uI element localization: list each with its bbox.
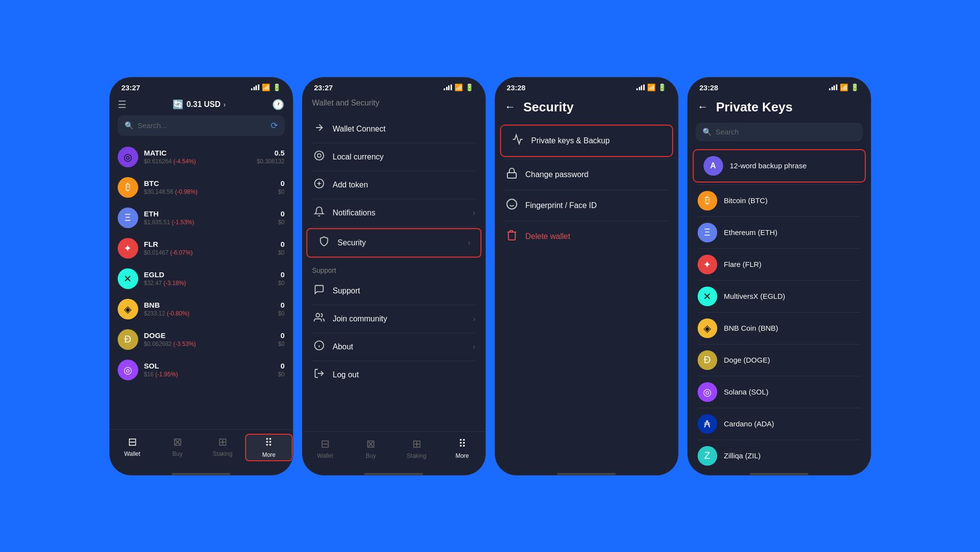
- nav-more-1[interactable]: ⠿ More: [245, 434, 292, 461]
- coin-icon-eth: Ξ: [118, 208, 138, 228]
- coin-item-bnb[interactable]: ◈ BNB $233.12 (-0.80%) 0 $0: [110, 294, 293, 324]
- coin-item-btc[interactable]: ₿ BTC $30,148.56 (-0.98%) 0 $0: [110, 172, 293, 203]
- settings-add-token[interactable]: Add token: [302, 171, 485, 199]
- key-icon-zil: Z: [698, 446, 717, 466]
- key-icon-bnb: ◈: [698, 318, 717, 338]
- settings-support[interactable]: Support: [302, 277, 485, 305]
- key-item-egld[interactable]: ✕ MultiversX (EGLD): [688, 281, 871, 312]
- coin-item-egld[interactable]: ✕ EGLD $32.47 (-3.18%) 0 $0: [110, 263, 293, 294]
- key-item-ada[interactable]: ₳ Cardano (ADA): [688, 408, 871, 440]
- key-item-flr[interactable]: ✦ Flare (FLR): [688, 249, 871, 280]
- security-list: Private keys & Backup Change password Fi…: [495, 123, 678, 297]
- status-bar-2: 23:27 📶 🔋: [302, 78, 485, 95]
- key-item-12word[interactable]: A 12-word backup phrase: [693, 149, 866, 183]
- battery-icon-3: 🔋: [658, 83, 666, 91]
- key-icon-ada: ₳: [698, 414, 717, 434]
- wallet-nav-label-1: Wallet: [124, 450, 140, 457]
- coin-item-doge[interactable]: Ð DOGE $0.062682 (-3.53%) 0 $0: [110, 324, 293, 355]
- refresh-icon[interactable]: ⟳: [271, 120, 278, 131]
- signal-icon-4: [829, 84, 837, 90]
- delete-wallet-label: Delete wallet: [526, 232, 571, 241]
- nav-wallet-1[interactable]: ⊟ Wallet: [110, 434, 155, 461]
- key-label-egld: MultiversX (EGLD): [724, 292, 785, 300]
- nav-more-2[interactable]: ⠿ More: [439, 436, 485, 461]
- key-label-btc: Bitcoin (BTC): [724, 196, 768, 205]
- coin-item-matic[interactable]: ◎ MATIC $0.616264 (-4.54%) 0.5 $0.308132: [110, 142, 293, 172]
- phone1-content: ☰ 🔄 0.31 USD › 🕐 🔍 Search... ⟳ ◎ MATIC: [110, 95, 293, 475]
- support-icon: [312, 284, 326, 298]
- svg-rect-10: [507, 173, 516, 178]
- nav-wallet-2[interactable]: ⊟ Wallet: [302, 436, 348, 461]
- add-token-icon: [312, 178, 326, 192]
- key-icon-doge: Ð: [698, 350, 717, 370]
- history-icon[interactable]: 🕐: [272, 99, 284, 110]
- coin-icon-matic: ◎: [118, 147, 138, 167]
- back-button-4[interactable]: ←: [698, 101, 708, 113]
- wifi-icon-1: 📶: [262, 83, 270, 91]
- key-item-doge[interactable]: Ð Doge (DOGE): [688, 344, 871, 376]
- settings-about[interactable]: About ›: [302, 333, 485, 361]
- key-item-zil[interactable]: Z Zilliqa (ZIL): [688, 440, 871, 471]
- coin-item-eth[interactable]: Ξ ETH $1,835.51 (-1.53%) 0 $0: [110, 203, 293, 233]
- nav-buy-1[interactable]: ⊠ Buy: [155, 434, 200, 461]
- support-label: Support: [333, 287, 476, 295]
- coin-list: ◎ MATIC $0.616264 (-4.54%) 0.5 $0.308132…: [110, 142, 293, 429]
- security-item-delete-wallet[interactable]: Delete wallet: [495, 221, 678, 252]
- more-nav-label-2: More: [455, 452, 469, 459]
- settings-icon[interactable]: ☰: [118, 99, 126, 110]
- wallet-nav-icon-1: ⊟: [128, 436, 137, 448]
- nav-buy-2[interactable]: ⊠ Buy: [348, 436, 394, 461]
- key-icon-12word: A: [704, 156, 723, 176]
- fingerprint-label: Fingerprint / Face ID: [526, 201, 597, 210]
- home-indicator-1: [172, 473, 230, 475]
- settings-wallet-connect[interactable]: Wallet Connect: [302, 115, 485, 143]
- coin-item-sol[interactable]: ◎ SOL $16 (-1.95%) 0 $0: [110, 355, 293, 385]
- coin-item-flr[interactable]: ✦ FLR $0.01467 (-6.07%) 0 $0: [110, 233, 293, 263]
- wallet-header: ☰ 🔄 0.31 USD › 🕐: [110, 95, 293, 115]
- search-bar-1[interactable]: 🔍 Search... ⟳: [118, 115, 285, 136]
- phones-container: 23:27 📶 🔋 ☰ 🔄 0.31 USD ›: [95, 62, 886, 490]
- bottom-nav-2: ⊟ Wallet ⊠ Buy ⊞ Staking ⠿ More: [302, 431, 485, 471]
- signal-icon-1: [251, 84, 259, 90]
- delete-wallet-icon: [505, 229, 519, 244]
- search-icon-4: 🔍: [703, 128, 712, 136]
- key-item-eth[interactable]: Ξ Ethereum (ETH): [688, 217, 871, 248]
- staking-nav-label-2: Staking: [407, 452, 427, 459]
- settings-security[interactable]: Security ›: [306, 228, 481, 258]
- svg-point-0: [314, 151, 323, 159]
- nav-staking-2[interactable]: ⊞ Staking: [394, 436, 439, 461]
- wallet-connect-icon: [312, 122, 326, 136]
- coin-info-bnb: BNB $233.12 (-0.80%): [144, 301, 273, 317]
- security-item-fingerprint[interactable]: Fingerprint / Face ID: [495, 190, 678, 221]
- key-item-sol[interactable]: ◎ Solana (SOL): [688, 376, 871, 408]
- key-label-12word: 12-word backup phrase: [730, 161, 807, 170]
- settings-logout[interactable]: Log out: [302, 361, 485, 389]
- status-bar-1: 23:27 📶 🔋: [110, 78, 293, 95]
- coin-info-flr: FLR $0.01467 (-6.07%): [144, 240, 273, 256]
- battery-icon-2: 🔋: [465, 83, 474, 91]
- svg-point-11: [507, 199, 517, 209]
- key-icon-btc: ₿: [698, 191, 717, 210]
- wifi-icon-2: 📶: [454, 83, 463, 91]
- key-item-bnb[interactable]: ◈ BNB Coin (BNB): [688, 313, 871, 344]
- search-bar-4[interactable]: 🔍 Search: [696, 123, 863, 141]
- staking-nav-icon-1: ⊞: [218, 436, 227, 448]
- settings-notifications[interactable]: Notifications ›: [302, 199, 485, 227]
- settings-join-community[interactable]: Join community ›: [302, 305, 485, 333]
- coin-info-btc: BTC $30,148.56 (-0.98%): [144, 179, 273, 195]
- security-label: Security: [338, 238, 461, 247]
- security-item-change-password[interactable]: Change password: [495, 159, 678, 190]
- status-icons-3: 📶 🔋: [636, 83, 666, 91]
- status-icons-2: 📶 🔋: [444, 83, 474, 91]
- security-arrow: ›: [468, 238, 470, 247]
- status-bar-3: 23:28 📶 🔋: [495, 78, 678, 95]
- nav-staking-1[interactable]: ⊞ Staking: [200, 434, 245, 461]
- settings-local-currency[interactable]: Local currency: [302, 143, 485, 171]
- time-4: 23:28: [700, 83, 718, 92]
- signal-icon-3: [636, 84, 645, 90]
- security-item-private-keys[interactable]: Private keys & Backup: [500, 125, 673, 157]
- home-indicator-4: [750, 473, 808, 475]
- key-item-btc[interactable]: ₿ Bitcoin (BTC): [688, 185, 871, 216]
- wallet-balance[interactable]: 🔄 0.31 USD ›: [173, 99, 226, 110]
- back-button-3[interactable]: ←: [505, 101, 516, 113]
